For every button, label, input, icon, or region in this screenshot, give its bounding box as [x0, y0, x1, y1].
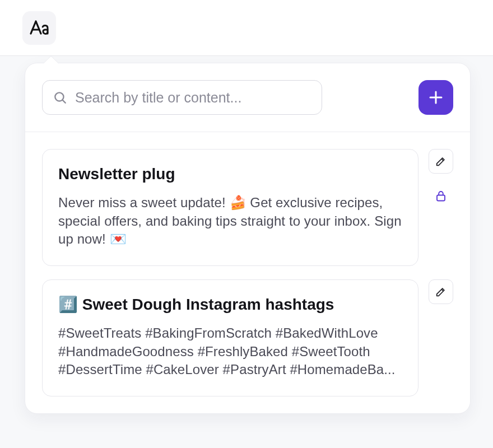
search-icon [53, 90, 67, 105]
svg-rect-4 [437, 195, 445, 201]
snippets-popover: Newsletter plug Never miss a sweet updat… [25, 63, 471, 414]
edit-button[interactable] [429, 279, 453, 304]
snippet-body: Never miss a sweet update! 🍰 Get exclusi… [58, 194, 402, 249]
snippet-title: Newsletter plug [58, 164, 402, 184]
list-item: Newsletter plug Never miss a sweet updat… [42, 149, 453, 266]
list-item: #️⃣ Sweet Dough Instagram hashtags #Swee… [42, 279, 453, 396]
lock-button[interactable] [429, 184, 453, 208]
snippet-title: #️⃣ Sweet Dough Instagram hashtags [58, 295, 402, 314]
pencil-icon [435, 286, 447, 298]
snippet-card[interactable]: #️⃣ Sweet Dough Instagram hashtags #Swee… [42, 279, 418, 396]
pencil-icon [435, 155, 447, 167]
snippet-body: #SweetTreats #BakingFromScratch #BakedWi… [58, 324, 402, 379]
search-input[interactable] [75, 90, 311, 106]
snippet-actions [429, 149, 453, 208]
add-button[interactable] [418, 80, 453, 115]
popover-header [25, 63, 470, 132]
top-bar [0, 0, 493, 56]
edit-button[interactable] [429, 149, 453, 174]
popover-body: Newsletter plug Never miss a sweet updat… [25, 132, 470, 413]
svg-line-1 [63, 100, 66, 103]
snippet-card[interactable]: Newsletter plug Never miss a sweet updat… [42, 149, 418, 266]
text-aa-icon [28, 17, 50, 39]
snippet-actions [429, 279, 453, 304]
plus-icon [427, 89, 444, 106]
text-tool-button[interactable] [22, 11, 56, 45]
lock-icon [434, 189, 448, 203]
search-field[interactable] [42, 80, 322, 115]
